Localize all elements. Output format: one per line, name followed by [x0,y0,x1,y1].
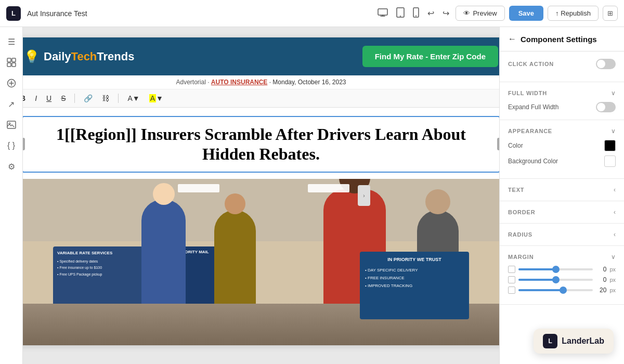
link-button[interactable]: 🔗 [81,93,95,104]
sidebar-menu-icon[interactable]: ☰ [3,33,20,50]
headline-container[interactable]: 1[[Region]] Insurers Scramble After Driv… [23,116,499,173]
left-sidebar: ☰ ↗ { } ⚙ [0,27,23,364]
svg-point-11 [9,123,10,124]
expand-handle[interactable]: › [358,185,370,206]
advertorial-bar: Advertorial · AUTO INSURANCE · Monday, O… [23,75,499,89]
highlight-button[interactable]: A▼ [147,93,166,104]
margin-checkbox-1[interactable] [508,266,515,273]
sidebar-image-icon[interactable] [3,116,20,133]
top-bar: L Aut Insurance Test ↩ ↪ 👁 Preview Save … [0,0,624,27]
person-2 [214,210,256,314]
grid-button[interactable]: ⊞ [603,6,618,21]
slider-fill-1 [518,268,556,270]
app-logo: L [6,6,21,21]
undo-button[interactable]: ↩ [425,6,436,20]
headline-text[interactable]: 1[[Region]] Insurers Scramble After Driv… [23,117,499,172]
margin-checkbox-3[interactable] [508,287,515,294]
margin-row-3: 20 px [508,287,616,294]
text-chevron[interactable]: ‹ [614,186,616,193]
expand-full-width-toggle[interactable] [596,102,616,112]
canvas-area[interactable]: 💡 DailyTechTrends Find My Rate - Enter Z… [23,27,499,364]
back-arrow-button[interactable]: ← [508,34,516,44]
svg-rect-5 [7,58,11,62]
strikethrough-button[interactable]: S [58,93,68,104]
underline-button[interactable]: U [44,93,54,104]
slider-thumb-3[interactable] [560,287,567,294]
ceiling-light-2 [308,184,349,192]
full-width-section: FULL WIDTH ∨ Expand Full Width [500,82,624,120]
full-width-label: FULL WIDTH [508,90,547,96]
expand-full-width-label: Expand Full Width [508,103,558,111]
page-frame: 💡 DailyTechTrends Find My Rate - Enter Z… [23,37,499,345]
bold-button[interactable]: B [23,93,28,104]
click-action-toggle[interactable] [596,59,616,69]
redo-button[interactable]: ↪ [440,6,451,20]
color-swatch[interactable] [604,140,616,151]
resize-handle-left[interactable] [23,138,25,150]
bg-color-label: Background Color [508,158,558,165]
landerlab-logo: L [543,334,557,348]
svg-point-4 [415,15,417,16]
panel-header: ← Component Settings [500,27,624,51]
page-title: Aut Insurance Test [27,9,371,18]
toolbar-divider-2 [118,94,119,103]
tablet-icon[interactable] [396,7,405,20]
radius-section: RADIUS ‹ [500,224,624,246]
panel-title: Component Settings [521,35,597,44]
sign-right-lines: • DAY SPECIFIC DELIVERY • FREE INSURANCE… [365,266,464,290]
desktop-icon[interactable] [378,8,388,19]
margin-slider-1[interactable] [518,268,593,270]
page-header: 💡 DailyTechTrends Find My Rate - Enter Z… [23,37,499,75]
font-color-button[interactable]: A▼ [125,93,142,104]
margin-unit-2: px [609,277,616,283]
top-bar-actions: ↩ ↪ 👁 Preview Save ↑ Republish ⊞ [425,6,618,21]
full-width-chevron[interactable]: ∨ [611,89,616,97]
click-action-toggle-row [596,59,616,69]
margin-unit-1: px [609,266,616,272]
text-toolbar: B I U S 🔗 ⛓ A▼ A▼ [23,89,499,108]
bg-color-swatch[interactable] [604,155,616,167]
click-action-section: CLICK ACTION [500,51,624,82]
appearance-label: APPEARANCE [508,128,552,134]
right-panel: ← Component Settings CLICK ACTION FULL W… [499,27,624,364]
margin-slider-3[interactable] [518,289,593,291]
full-width-row: Expand Full Width [508,102,616,112]
preview-button[interactable]: 👁 Preview [456,6,504,21]
svg-rect-6 [12,58,16,62]
svg-rect-0 [378,9,387,15]
slider-thumb-1[interactable] [552,266,560,273]
logo-bulb-icon: 💡 [24,49,40,64]
margin-value-2: 0 [596,276,606,283]
sidebar-add-icon[interactable] [3,75,20,92]
italic-button[interactable]: I [32,93,40,104]
sidebar-navigate-icon[interactable]: ↗ [3,96,20,112]
margin-unit-3: px [609,287,616,293]
border-section: BORDER ‹ [500,201,624,224]
sidebar-code-icon[interactable]: { } [3,137,20,154]
republish-button[interactable]: ↑ Republish [548,6,599,21]
slider-thumb-2[interactable] [552,276,560,283]
appearance-chevron[interactable]: ∨ [611,127,616,135]
radius-label: RADIUS [508,231,532,238]
svg-rect-7 [7,63,11,67]
sidebar-settings-icon[interactable]: ⚙ [3,158,20,175]
landerlab-text: LanderLab [562,336,604,346]
eye-icon: 👁 [463,9,470,17]
radius-chevron[interactable]: ‹ [614,231,616,238]
mobile-icon[interactable] [413,7,419,20]
sidebar-components-icon[interactable] [3,54,20,71]
svg-rect-8 [12,63,16,67]
border-chevron[interactable]: ‹ [614,209,616,216]
margin-slider-2[interactable] [518,279,593,281]
appearance-section: APPEARANCE ∨ Color Background Color [500,120,624,179]
save-button[interactable]: Save [509,6,543,21]
margin-checkbox-2[interactable] [508,276,515,283]
resize-handle-right[interactable] [497,138,499,150]
unlink-button[interactable]: ⛓ [99,93,112,104]
find-rate-button[interactable]: Find My Rate - Enter Zip Code [362,46,498,67]
margin-label: MARGIN [508,254,534,260]
appearance-header: APPEARANCE ∨ [508,127,616,135]
article-image-container: VARIABLE RATE SERVICES • Specified deliv… [23,179,499,345]
svg-point-2 [400,16,401,17]
margin-chevron[interactable]: ∨ [611,253,616,261]
